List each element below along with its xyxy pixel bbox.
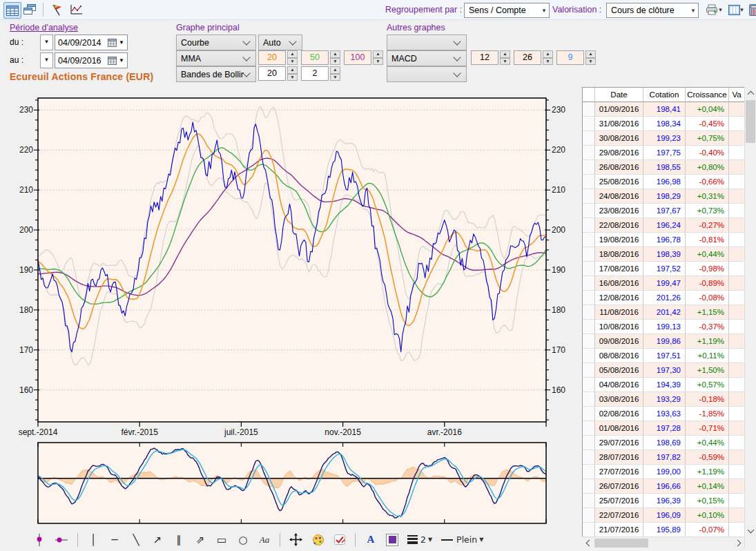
au-preset-dropdown[interactable]: ▼ xyxy=(40,52,53,68)
scroll-up-button[interactable] xyxy=(745,87,756,99)
bollinger-period-spinner[interactable]: 20 ▲▼ xyxy=(258,66,298,81)
table-row[interactable]: 19/08/2016196,78-0,81% xyxy=(583,233,745,247)
marker-line-tool[interactable] xyxy=(55,532,68,548)
scale-combobox[interactable]: Auto xyxy=(258,35,302,50)
table-header-row[interactable]: Date Cotation Croissance Va xyxy=(583,88,745,102)
table-row[interactable]: 01/09/2016198,41+0,04% xyxy=(583,102,745,117)
spin-buttons[interactable]: ▲▼ xyxy=(287,66,298,81)
scroll-left-button[interactable] xyxy=(582,537,594,549)
other-graph1-combobox[interactable] xyxy=(387,35,467,50)
du-preset-dropdown[interactable]: ▼ xyxy=(40,35,53,50)
table-row[interactable]: 28/07/2016197,82-0,59% xyxy=(583,450,745,465)
table-row[interactable]: 27/07/2016199,00+1,19% xyxy=(583,465,745,479)
print-button[interactable]: ▾ xyxy=(703,2,725,17)
spin-buttons[interactable]: ▲▼ xyxy=(500,50,510,65)
table-row[interactable]: 29/07/2016198,69+0,44% xyxy=(583,436,745,450)
macd-combobox[interactable]: MACD xyxy=(387,50,467,66)
quotes-table[interactable]: Date Cotation Croissance Va 01/09/201619… xyxy=(582,87,746,538)
table-row[interactable]: 04/08/2016194,39+0,57% xyxy=(583,378,745,392)
table-row[interactable]: 10/08/2016199,13-0,37% xyxy=(583,320,745,334)
cascade-view-button[interactable] xyxy=(21,2,38,17)
table-view-button[interactable] xyxy=(3,2,21,19)
header-date[interactable]: Date xyxy=(595,88,643,102)
graph-type-combobox[interactable]: Courbe xyxy=(176,35,256,50)
du-date-field[interactable]: 04/09/2014 ▼ xyxy=(55,35,128,50)
spin-buttons[interactable]: ▲▼ xyxy=(543,50,553,65)
table-row[interactable]: 05/08/2016197,30+1,50% xyxy=(583,363,745,378)
parallel-lines-tool[interactable]: ∥ xyxy=(173,532,185,548)
palette-tool[interactable] xyxy=(311,532,324,548)
table-row[interactable]: 23/08/2016197,67+0,73% xyxy=(583,204,745,218)
macd-slow-spinner[interactable]: 26 ▲▼ xyxy=(514,50,553,65)
header-va[interactable]: Va xyxy=(729,88,745,102)
marker-point-tool[interactable] xyxy=(33,532,46,548)
macd-signal-spinner[interactable]: 9 ▲▼ xyxy=(556,50,596,65)
table-row[interactable]: 17/08/2016197,52-0,98% xyxy=(583,262,745,276)
move-tool[interactable] xyxy=(289,532,302,548)
oblique-line-tool[interactable]: ╲ xyxy=(130,532,142,548)
bollinger-combobox[interactable]: Bandes de Bollinger xyxy=(176,66,256,82)
line-thickness-dropdown[interactable]: 2 ▼ xyxy=(407,532,432,548)
mma-period2-spinner[interactable]: 50 ▲▼ xyxy=(301,50,340,65)
valorisation-combobox[interactable]: Cours de clôture ▾ xyxy=(606,3,699,18)
columns-button[interactable]: ▾ xyxy=(725,2,747,17)
mma-period1-spinner[interactable]: 20 ▲▼ xyxy=(258,50,298,65)
rectangle-tool[interactable]: ▭ xyxy=(215,532,228,548)
spin-buttons[interactable]: ▲▼ xyxy=(585,50,596,65)
table-row[interactable]: 26/07/2016196,66+0,14% xyxy=(583,479,745,494)
validate-tool[interactable] xyxy=(333,532,346,548)
horizontal-scroll-thumb[interactable] xyxy=(594,539,648,548)
header-croissance[interactable]: Croissance xyxy=(686,88,729,102)
table-row[interactable]: 25/08/2016196,98-0,66% xyxy=(583,175,745,189)
table-row[interactable]: 25/07/2016196,39+0,15% xyxy=(583,494,745,508)
table-row[interactable]: 24/08/2016198,29+0,31% xyxy=(583,189,745,204)
spin-buttons[interactable]: ▲▼ xyxy=(373,50,383,65)
table-row[interactable]: 22/07/2016196,09+0,10% xyxy=(583,508,745,523)
table-row[interactable]: 18/08/2016198,39+0,44% xyxy=(583,247,745,262)
font-color-tool[interactable]: A xyxy=(365,532,377,548)
bollinger-sigma-spinner[interactable]: 2 ▲▼ xyxy=(301,66,340,81)
table-row[interactable]: 09/08/2016199,86+1,19% xyxy=(583,334,745,349)
scroll-down-button[interactable] xyxy=(745,525,756,536)
table-vertical-scrollbar[interactable] xyxy=(744,87,756,548)
mma-combobox[interactable]: MMA xyxy=(176,50,256,66)
flag-filter-button[interactable] xyxy=(48,2,65,17)
chart-view-button[interactable] xyxy=(68,2,84,17)
arrow-tool[interactable]: ↗ xyxy=(151,532,164,548)
table-row[interactable]: 30/08/2016199,23+0,75% xyxy=(583,131,745,146)
header-cotation[interactable]: Cotation xyxy=(643,88,686,102)
table-row[interactable]: 16/08/2016199,47-0,89% xyxy=(583,276,745,291)
table-horizontal-scrollbar[interactable] xyxy=(582,536,744,549)
macd-fast-spinner[interactable]: 12 ▲▼ xyxy=(471,50,510,65)
table-row[interactable]: 31/08/2016198,34-0,45% xyxy=(583,117,745,131)
table-row[interactable]: 21/07/2016195,89-0,07% xyxy=(583,523,745,537)
text-tool[interactable]: Aa xyxy=(258,532,271,548)
spin-buttons[interactable]: ▲▼ xyxy=(330,66,340,81)
spin-buttons[interactable]: ▲▼ xyxy=(330,50,340,65)
scroll-right-button[interactable] xyxy=(733,537,744,549)
mma-period3-spinner[interactable]: 100 ▲▼ xyxy=(344,50,383,65)
regroupement-combobox[interactable]: Sens / Compte ▾ xyxy=(464,3,550,18)
table-row[interactable]: 12/08/2016201,26-0,08% xyxy=(583,291,745,305)
au-date-field[interactable]: 04/09/2016 ▼ xyxy=(55,52,128,68)
other-graph3-combobox[interactable] xyxy=(387,66,467,82)
table-row[interactable]: 29/08/2016197,75-0,40% xyxy=(583,146,745,160)
vertical-line-tool[interactable]: │ xyxy=(87,532,99,548)
table-row[interactable]: 11/08/2016201,42+1,15% xyxy=(583,305,745,320)
vertical-scroll-thumb[interactable] xyxy=(746,100,755,143)
line-style-dropdown[interactable]: Plein ▼ xyxy=(441,532,483,548)
table-row[interactable]: 22/08/2016196,24-0,27% xyxy=(583,218,745,233)
table-row[interactable]: 02/08/2016193,63-1,85% xyxy=(583,407,745,421)
horizontal-line-tool[interactable]: ─ xyxy=(108,532,121,548)
macd-chart[interactable] xyxy=(32,441,552,526)
ellipse-tool[interactable]: ○ xyxy=(237,532,249,548)
table-row[interactable]: 03/08/2016193,29-0,18% xyxy=(583,392,745,407)
table-row[interactable]: 01/08/2016197,28-0,71% xyxy=(583,421,745,436)
spin-buttons[interactable]: ▲▼ xyxy=(287,50,298,65)
fill-color-swatch[interactable] xyxy=(386,534,398,546)
table-row[interactable]: 08/08/2016197,51+0,11% xyxy=(583,349,745,363)
parallel-arrow-tool[interactable]: ⇗ xyxy=(194,532,206,548)
calculator-button[interactable] xyxy=(746,2,756,17)
table-row[interactable]: 26/08/2016198,55+0,80% xyxy=(583,160,745,175)
price-chart[interactable] xyxy=(32,97,552,433)
